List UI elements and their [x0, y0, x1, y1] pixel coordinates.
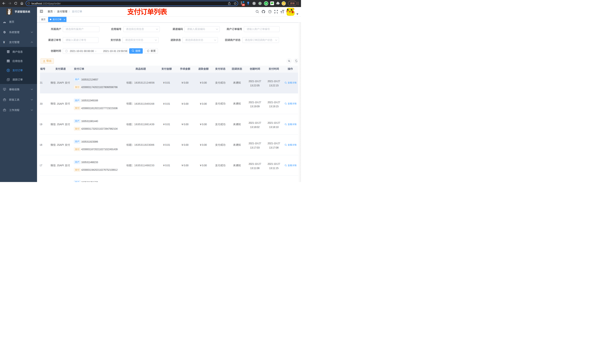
svg-text:¥: ¥ — [8, 69, 9, 71]
